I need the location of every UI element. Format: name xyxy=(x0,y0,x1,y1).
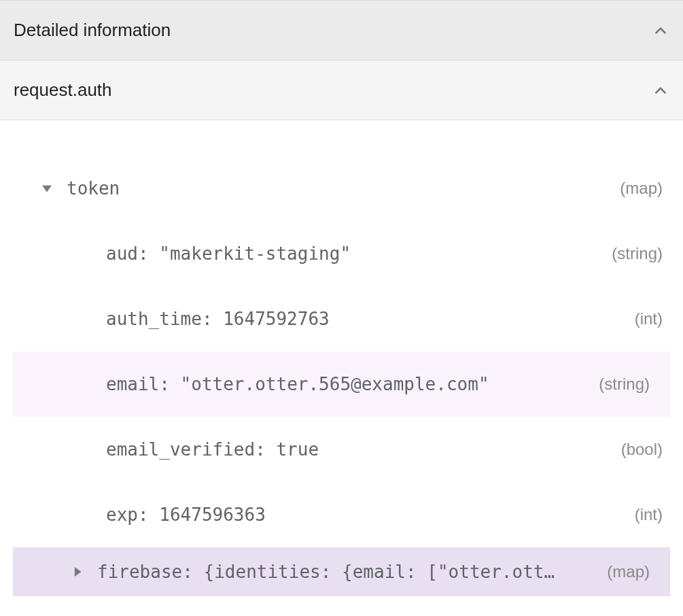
tree-type: (map) xyxy=(612,179,663,198)
chevron-up-icon xyxy=(652,82,669,99)
tree-type: (string) xyxy=(591,375,650,394)
tree-key: aud xyxy=(106,243,138,264)
tree-value: {identities: {email: ["otter.ott… xyxy=(204,562,555,582)
tree-key: firebase xyxy=(97,562,182,582)
tree-type: (int) xyxy=(627,309,663,328)
tree-value: "otter.otter.565@example.com" xyxy=(181,374,489,394)
tree-type: (string) xyxy=(603,244,663,263)
detailed-info-panel: Detailed information request.auth token … xyxy=(0,0,683,596)
svg-marker-1 xyxy=(75,567,82,577)
tree-key: token xyxy=(67,178,120,199)
triangle-right-icon xyxy=(73,567,82,577)
tree-value: "makerkit-staging" xyxy=(159,243,351,264)
tree-key: auth_time xyxy=(106,309,202,329)
tree-row-firebase[interactable]: firebase: {identities: {email: ["otter.o… xyxy=(13,547,670,596)
highlight-email-wrap: email: "otter.otter.565@example.com" (st… xyxy=(0,352,683,417)
tree-value: true xyxy=(276,439,319,460)
tree-row-auth-time[interactable]: auth_time: 1647592763 (int) xyxy=(0,286,683,352)
tree-view: token (map) aud: "makerkit-staging" (str… xyxy=(0,120,683,596)
tree-key: exp xyxy=(106,504,138,525)
section-title-detailed: Detailed information xyxy=(14,20,171,41)
tree-row-aud[interactable]: aud: "makerkit-staging" (string) xyxy=(0,221,683,286)
highlight-firebase-wrap: firebase: {identities: {email: ["otter.o… xyxy=(0,547,683,596)
svg-marker-0 xyxy=(42,186,52,192)
tree-row-exp[interactable]: exp: 1647596363 (int) xyxy=(0,482,683,547)
tree-row-email-verified[interactable]: email_verified: true (bool) xyxy=(0,417,683,482)
triangle-down-icon xyxy=(42,184,52,193)
section-title-request-auth: request.auth xyxy=(14,80,112,101)
tree-type: (map) xyxy=(599,562,650,581)
tree-key: email xyxy=(106,374,159,394)
chevron-up-icon xyxy=(652,22,669,39)
section-header-detailed[interactable]: Detailed information xyxy=(0,0,683,61)
section-header-request-auth[interactable]: request.auth xyxy=(0,61,683,120)
tree-value: 1647592763 xyxy=(223,309,330,329)
tree-row-email[interactable]: email: "otter.otter.565@example.com" (st… xyxy=(13,352,670,417)
tree-row-token[interactable]: token (map) xyxy=(0,156,683,221)
tree-key: email_verified xyxy=(106,439,255,460)
tree-type: (int) xyxy=(627,505,663,524)
tree-type: (bool) xyxy=(613,440,663,459)
tree-value: 1647596363 xyxy=(159,504,266,525)
